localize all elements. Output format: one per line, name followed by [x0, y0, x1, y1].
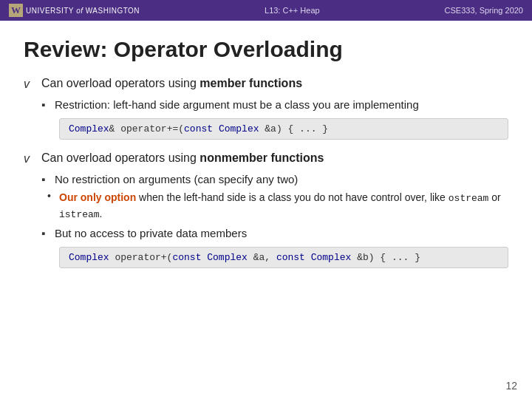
uw-w-logo: W — [9, 4, 23, 17]
code2-const1: const — [172, 252, 201, 263]
no-access-text: But no access to private data members — [55, 225, 247, 241]
uw-logo: W UNIVERSITY of WASHINGTON — [9, 4, 140, 17]
section-member: v Can overload operators using member fu… — [24, 77, 508, 91]
main-content: Review: Operator Overloading v Can overl… — [0, 21, 532, 286]
course-info: CSE333, Spring 2020 — [445, 6, 523, 15]
header-left: W UNIVERSITY of WASHINGTON — [9, 4, 140, 17]
page-title: Review: Operator Overloading — [24, 37, 508, 62]
code1-operator: operator+= — [120, 123, 178, 134]
member-restriction-text: Restriction: left-hand side argument mus… — [55, 97, 419, 112]
no-restriction-bullet: ▪ No restriction on arguments (can speci… — [41, 171, 508, 187]
member-code-block: Complex& operator+=(const Complex &a) { … — [59, 118, 508, 140]
nonmember-code-block: Complex operator+(const Complex &a, cons… — [59, 247, 508, 268]
member-functions-bold: member functions — [200, 77, 302, 89]
ostream-code: ostream — [449, 193, 489, 204]
our-only-option-bullet: • Our only option when the left-hand sid… — [47, 190, 508, 222]
nonmember-sub-section: ▪ No restriction on arguments (can speci… — [41, 171, 508, 268]
istream-code: istream — [59, 209, 100, 220]
code1-const: const — [184, 123, 213, 134]
square-bullet-1: ▪ — [41, 98, 49, 111]
nonmember-functions-bold: nonmember functions — [200, 151, 324, 164]
uw-university-text: UNIVERSITY of WASHINGTON — [26, 7, 140, 15]
our-only-option-text: Our only option when the left-hand side … — [59, 190, 508, 222]
bullet-v-2: v — [24, 152, 34, 166]
header-bar: W UNIVERSITY of WASHINGTON L13: C++ Heap… — [0, 0, 532, 21]
square-bullet-3: ▪ — [41, 227, 49, 239]
page-number: 12 — [505, 380, 517, 392]
code2-const2: const — [276, 252, 305, 263]
member-sub-section: ▪ Restriction: left-hand side argument m… — [41, 97, 508, 140]
member-restriction: ▪ Restriction: left-hand side argument m… — [41, 97, 508, 112]
section-nonmember: v Can overload operators using nonmember… — [24, 151, 508, 166]
no-access-bullet: ▪ But no access to private data members — [41, 225, 508, 241]
square-bullet-2: ▪ — [41, 173, 49, 185]
section-member-text: Can overload operators using member func… — [41, 77, 302, 90]
code2-complex2: Complex — [311, 252, 352, 263]
no-restriction-text: No restriction on arguments (can specify… — [55, 171, 298, 187]
highlight-our-only-option: Our only option — [59, 191, 136, 203]
lecture-title: L13: C++ Heap — [140, 6, 444, 15]
bullet-v-1: v — [24, 78, 34, 91]
section-nonmember-text: Can overload operators using nonmember f… — [41, 151, 324, 165]
code2-type: Complex — [69, 252, 109, 263]
dot-symbol: • — [47, 190, 55, 202]
code1-complex: Complex — [219, 123, 259, 134]
code2-complex1: Complex — [207, 252, 248, 263]
code1-type: Complex — [69, 123, 109, 134]
